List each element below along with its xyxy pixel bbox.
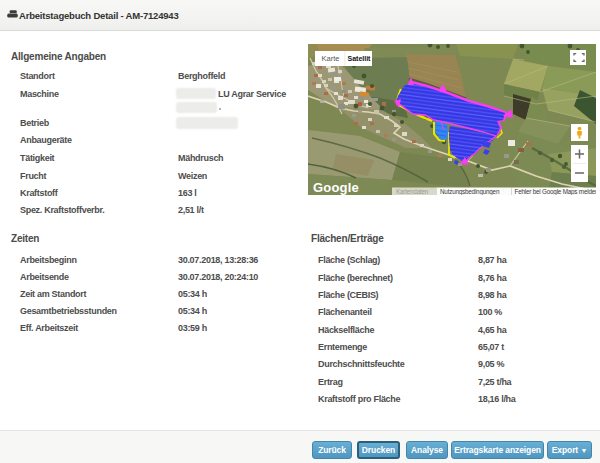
svg-text:Fehler bei Google Maps melden: Fehler bei Google Maps melden	[515, 188, 597, 196]
svg-text:Google: Google	[313, 180, 359, 195]
svg-text:Kartendaten: Kartendaten	[396, 188, 429, 195]
svg-text:Satellit: Satellit	[348, 55, 372, 62]
svg-text:Nutzungsbedingungen: Nutzungsbedingungen	[440, 188, 500, 196]
svg-text:Karte: Karte	[322, 54, 340, 63]
